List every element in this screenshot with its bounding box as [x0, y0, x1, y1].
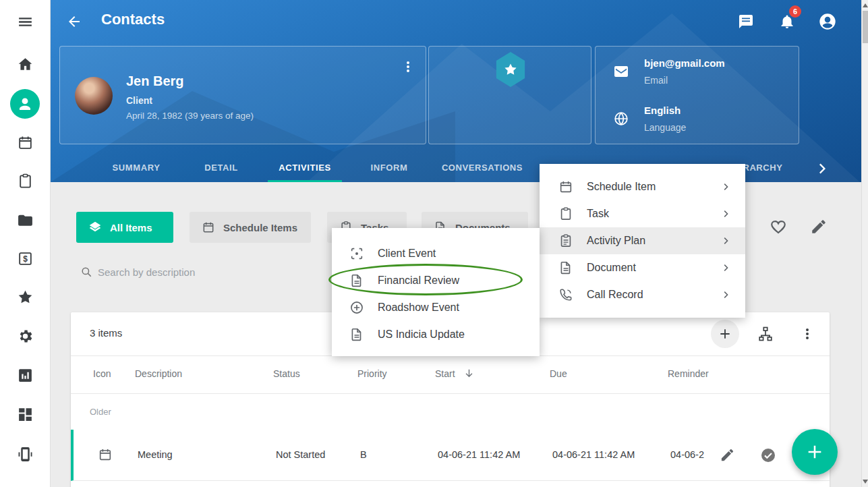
- tab-inform[interactable]: INFORM: [371, 163, 408, 173]
- profile-identity-card: Jen Berg Client April 28, 1982 (39 years…: [59, 46, 426, 144]
- profile-photo: [75, 77, 113, 115]
- tab-hierarchy-partial[interactable]: RARCHY: [743, 163, 782, 173]
- column-header-reminder[interactable]: Reminder: [668, 368, 709, 379]
- activity-plan-submenu: Client Event Financial Review Roadshow E…: [332, 228, 540, 356]
- email-icon: [613, 63, 629, 80]
- chip-label: All Items: [110, 222, 152, 233]
- contact-header: Contacts 6 Jen Berg Client April 28, 198…: [51, 0, 861, 182]
- column-header-priority[interactable]: Priority: [357, 368, 387, 379]
- menu-item-task[interactable]: Task: [540, 200, 745, 227]
- clipboard-icon: [558, 206, 573, 221]
- submenu-chevron-icon: [721, 289, 732, 300]
- cell-description: Meeting: [138, 449, 173, 460]
- focus-target-icon: [349, 246, 364, 261]
- scrollbar-thumb[interactable]: [863, 11, 868, 43]
- tab-activities[interactable]: ACTIVITIES: [279, 163, 331, 173]
- tab-conversations[interactable]: CONVERSATIONS: [442, 163, 523, 173]
- star-hexagon-badge: [494, 52, 527, 87]
- submenu-item-label: Financial Review: [378, 275, 459, 287]
- menu-item-label: Activity Plan: [587, 235, 645, 247]
- home-icon[interactable]: [17, 56, 34, 73]
- left-nav-rail: [0, 0, 51, 487]
- row-edit-pencil-icon[interactable]: [720, 447, 735, 463]
- filter-chip-all-items[interactable]: All Items: [76, 212, 173, 243]
- tab-summary[interactable]: SUMMARY: [113, 163, 161, 173]
- favorite-heart-icon[interactable]: [770, 218, 787, 235]
- menu-item-document[interactable]: Document: [540, 254, 745, 281]
- contact-birthdate: April 28, 1982 (39 years of age): [126, 111, 254, 121]
- divider: [71, 393, 830, 394]
- calendar-icon[interactable]: [17, 134, 34, 151]
- profile-rating-card: [428, 46, 591, 144]
- phone-icon: [558, 287, 573, 302]
- column-header-start[interactable]: Start: [435, 368, 455, 379]
- hierarchy-view-icon[interactable]: [757, 326, 774, 342]
- submenu-item-financial-review[interactable]: Financial Review: [332, 267, 540, 294]
- submenu-chevron-icon: [721, 181, 732, 192]
- tasks-icon[interactable]: [17, 173, 34, 190]
- notification-badge: 6: [789, 5, 801, 18]
- back-arrow-icon[interactable]: [66, 13, 82, 30]
- items-count: 3 items: [90, 327, 122, 339]
- clipboard-list-icon: [558, 233, 573, 248]
- submenu-item-label: US Indicia Update: [378, 328, 465, 341]
- calendar-icon: [202, 221, 215, 234]
- contact-type: Client: [126, 95, 152, 106]
- submenu-item-roadshow-event[interactable]: Roadshow Event: [332, 294, 540, 321]
- dashboard-icon[interactable]: [17, 406, 34, 423]
- sort-descending-arrow-icon[interactable]: [463, 368, 475, 379]
- menu-item-call-record[interactable]: Call Record: [540, 281, 745, 308]
- email-label: Email: [644, 75, 668, 86]
- column-header-status[interactable]: Status: [273, 368, 300, 379]
- document-icon: [558, 260, 573, 275]
- plus-circle-icon: [349, 300, 364, 315]
- column-header-due[interactable]: Due: [550, 368, 567, 379]
- contact-name: Jen Berg: [126, 74, 184, 89]
- account-avatar-icon[interactable]: [818, 12, 837, 31]
- layers-icon: [88, 221, 102, 234]
- contacts-icon-active[interactable]: [10, 89, 40, 119]
- add-activity-button[interactable]: [711, 320, 739, 348]
- table-row-meeting[interactable]: Meeting Not Started B 04-06-21 11:42 AM …: [71, 430, 830, 481]
- scroll-up-arrow[interactable]: [863, 3, 868, 7]
- tab-detail[interactable]: DETAIL: [204, 163, 238, 173]
- scroll-down-arrow[interactable]: [863, 480, 868, 484]
- document-icon: [349, 327, 364, 342]
- menu-item-label: Task: [587, 208, 609, 220]
- reports-chart-icon[interactable]: [17, 367, 34, 384]
- cell-start: 04-06-21 11:42 AM: [438, 449, 520, 460]
- menu-item-label: Schedule Item: [587, 181, 656, 193]
- folder-icon[interactable]: [17, 212, 34, 229]
- group-row-older[interactable]: Older: [90, 407, 111, 417]
- table-overflow-dots-icon[interactable]: [799, 326, 815, 342]
- settings-gear-icon[interactable]: [17, 328, 34, 345]
- submenu-item-label: Roadshow Event: [378, 302, 459, 314]
- card-overflow-dots-icon[interactable]: [400, 59, 416, 75]
- calendar-icon: [558, 179, 573, 194]
- new-activity-context-menu: Schedule Item Task Activity Plan Documen…: [540, 164, 745, 318]
- billing-icon[interactable]: [17, 250, 34, 267]
- globe-icon: [613, 111, 629, 127]
- language-label: Language: [644, 122, 686, 133]
- search-icon: [80, 266, 92, 278]
- menu-item-activity-plan[interactable]: Activity Plan: [540, 227, 745, 254]
- tabs-overflow-chevron-icon[interactable]: [815, 161, 831, 177]
- hamburger-menu-icon[interactable]: [17, 13, 34, 30]
- star-icon[interactable]: [17, 289, 34, 306]
- submenu-item-client-event[interactable]: Client Event: [332, 240, 540, 267]
- menu-item-label: Document: [587, 262, 636, 274]
- column-header-icon[interactable]: Icon: [93, 368, 111, 379]
- menu-item-schedule-item[interactable]: Schedule Item: [540, 173, 745, 200]
- filter-chip-schedule-items[interactable]: Schedule Items: [190, 212, 311, 243]
- row-complete-check-icon[interactable]: [760, 447, 776, 463]
- column-header-description[interactable]: Description: [135, 368, 182, 379]
- document-icon: [349, 273, 364, 288]
- language-value: English: [644, 105, 681, 116]
- submenu-chevron-icon: [721, 262, 732, 273]
- chat-icon[interactable]: [738, 13, 754, 30]
- fab-add-button[interactable]: [792, 429, 838, 475]
- mobile-vibrate-icon[interactable]: [17, 446, 34, 463]
- edit-pencil-icon[interactable]: [810, 218, 828, 235]
- page-scrollbar[interactable]: [861, 0, 868, 487]
- submenu-item-us-indicia-update[interactable]: US Indicia Update: [332, 321, 540, 348]
